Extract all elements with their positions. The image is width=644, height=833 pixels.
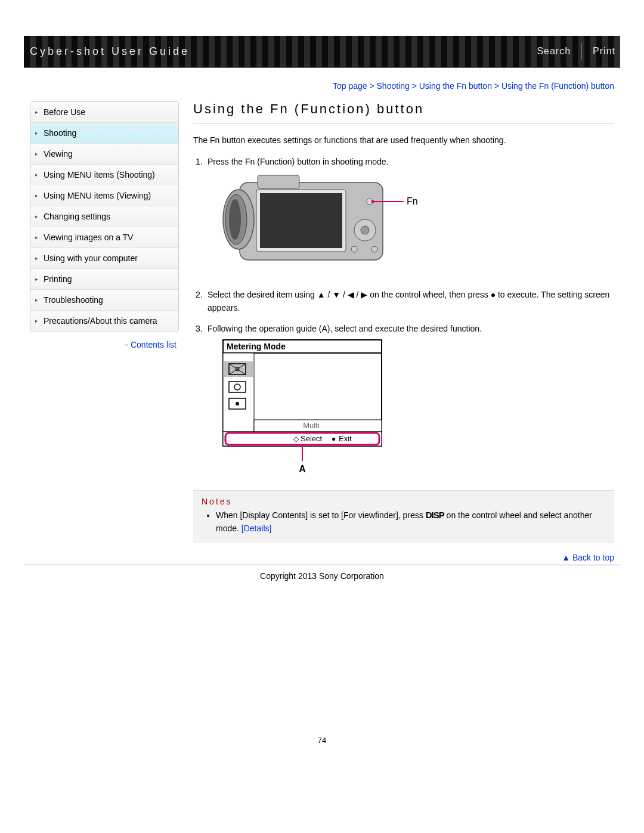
header-separator [581, 43, 582, 60]
sidebar-item-viewing[interactable]: Viewing [30, 144, 178, 165]
sidebar-item-changing-settings[interactable]: Changing settings [30, 206, 178, 227]
search-link[interactable]: Search [537, 46, 571, 57]
svg-point-24 [236, 402, 239, 405]
app-title: Cyber-shot User Guide [30, 45, 190, 58]
up-triangle-icon: ▲ [317, 288, 326, 301]
contents-list-link[interactable]: →Contents list [121, 340, 177, 349]
svg-rect-1 [258, 175, 299, 188]
disp-icon: DISP [426, 510, 444, 520]
center-dot-icon: ● [491, 290, 496, 299]
svg-point-10 [351, 246, 357, 252]
camera-illustration: Fn [222, 172, 425, 273]
sidebar-item-troubleshooting[interactable]: Troubleshooting [30, 290, 178, 311]
breadcrumb[interactable]: Top page > Shooting > Using the Fn butto… [24, 81, 614, 91]
down-triangle-icon: ▼ [332, 288, 340, 301]
svg-point-4 [229, 199, 241, 240]
svg-point-11 [371, 246, 377, 252]
print-link[interactable]: Print [593, 46, 615, 57]
sidebar-item-computer[interactable]: Using with your computer [30, 248, 178, 269]
notes-item: When [Display Contents] is set to [For v… [216, 509, 606, 535]
sidebar-item-precautions[interactable]: Precautions/About this camera [30, 311, 178, 331]
svg-text:Exit: Exit [339, 434, 352, 443]
details-link[interactable]: [Details] [242, 524, 272, 533]
svg-point-13 [371, 200, 374, 203]
copyright-text: Copyright 2013 Sony Corporation [24, 571, 620, 581]
sidebar-item-menu-shooting[interactable]: Using MENU items (Shooting) [30, 165, 178, 185]
svg-text:Multi: Multi [303, 421, 320, 430]
intro-text: The Fn button executes settings or funct… [193, 134, 614, 147]
main-content: Using the Fn (Function) button The Fn bu… [193, 101, 614, 562]
sidebar-nav: Before Use Shooting Viewing Using MENU i… [30, 101, 179, 332]
step-1: Press the Fn (Function) button in shooti… [196, 155, 614, 277]
footer-divider [24, 565, 620, 565]
right-triangle-icon: ▶ [361, 288, 367, 301]
sidebar-item-menu-viewing[interactable]: Using MENU items (Viewing) [30, 185, 178, 206]
step-3: Following the operation guide (A), selec… [196, 322, 614, 480]
svg-text:A: A [299, 464, 306, 474]
svg-text:Select: Select [301, 434, 323, 443]
header-bar: Cyber-shot User Guide Search Print [24, 36, 620, 68]
arrow-icon: → [121, 340, 128, 349]
page-number: 74 [24, 736, 620, 745]
notes-box: Notes When [Display Contents] is set to … [193, 490, 614, 543]
back-to-top-link[interactable]: ▲ Back to top [193, 553, 614, 562]
svg-text:◇: ◇ [293, 435, 299, 443]
left-triangle-icon: ◀ [348, 288, 354, 301]
title-divider [193, 123, 614, 123]
fn-label: Fn [407, 196, 418, 206]
svg-text:Metering Mode: Metering Mode [227, 342, 286, 351]
metering-mode-screen: Metering Mode [222, 339, 389, 476]
sidebar-item-printing[interactable]: Printing [30, 269, 178, 290]
svg-rect-6 [260, 193, 342, 248]
step-2: Select the desired item using ▲ / ▼ / ◀ … [196, 288, 614, 315]
page-title: Using the Fn (Function) button [193, 101, 614, 117]
sidebar-item-tv[interactable]: Viewing images on a TV [30, 227, 178, 248]
notes-title: Notes [202, 497, 606, 506]
sidebar-item-shooting[interactable]: Shooting [30, 123, 178, 144]
svg-point-9 [361, 226, 369, 234]
sidebar-item-before-use[interactable]: Before Use [30, 102, 178, 123]
up-triangle-icon: ▲ [562, 553, 570, 562]
svg-text:●: ● [332, 435, 336, 443]
